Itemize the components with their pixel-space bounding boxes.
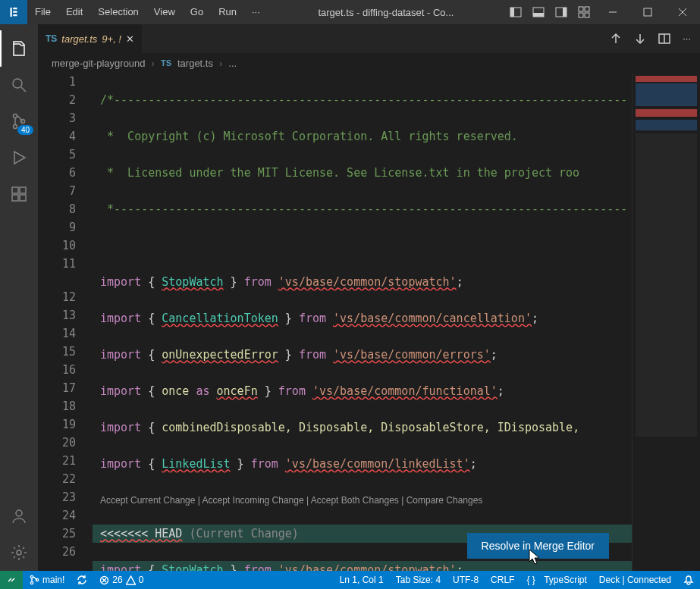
svg-line-16 bbox=[21, 87, 26, 92]
svg-point-26 bbox=[17, 550, 21, 555]
extensions-icon[interactable] bbox=[0, 176, 38, 212]
svg-point-25 bbox=[16, 510, 22, 516]
window-controls bbox=[595, 0, 700, 24]
problems-status[interactable]: 26 0 bbox=[93, 571, 149, 589]
accounts-icon[interactable] bbox=[0, 498, 38, 534]
svg-rect-7 bbox=[579, 7, 583, 11]
svg-rect-2 bbox=[510, 8, 514, 17]
menu-edit[interactable]: Edit bbox=[58, 0, 90, 24]
menu-bar: File Edit Selection View Go Run ··· bbox=[27, 0, 268, 24]
svg-rect-12 bbox=[644, 8, 651, 16]
encoding-status[interactable]: UTF-8 bbox=[447, 571, 485, 589]
svg-rect-23 bbox=[12, 195, 18, 201]
branch-name: main! bbox=[42, 571, 64, 589]
layout-controls bbox=[504, 0, 595, 24]
menu-file[interactable]: File bbox=[27, 0, 58, 24]
scm-badge: 40 bbox=[17, 125, 33, 135]
svg-rect-9 bbox=[579, 13, 583, 17]
code-content[interactable]: /*--------------------------------------… bbox=[93, 73, 632, 571]
line-numbers: 1234567891011 12131415161718192021222324… bbox=[38, 73, 93, 571]
svg-point-17 bbox=[14, 114, 17, 118]
svg-marker-20 bbox=[14, 152, 25, 164]
maximize-icon[interactable] bbox=[630, 0, 665, 24]
editor-group: TS target.ts 9+, ! ✕ ··· merge-git-playg… bbox=[38, 24, 700, 571]
remote-indicator[interactable] bbox=[0, 571, 23, 589]
tab-filename: target.ts bbox=[61, 33, 97, 45]
close-icon[interactable] bbox=[665, 0, 700, 24]
search-icon[interactable] bbox=[0, 67, 38, 103]
svg-rect-4 bbox=[533, 13, 544, 17]
cursor-icon bbox=[527, 548, 542, 566]
sync-status[interactable] bbox=[71, 571, 93, 589]
svg-rect-8 bbox=[585, 7, 589, 11]
svg-rect-22 bbox=[20, 187, 26, 193]
customize-layout-icon[interactable] bbox=[573, 0, 595, 24]
deck-status[interactable]: Deck | Connected bbox=[593, 571, 677, 589]
notifications-icon[interactable] bbox=[677, 571, 700, 589]
settings-icon[interactable] bbox=[0, 534, 38, 571]
minimap[interactable] bbox=[632, 73, 700, 571]
menu-selection[interactable]: Selection bbox=[90, 0, 146, 24]
editor-actions: ··· bbox=[601, 33, 700, 45]
chevron-right-icon: › bbox=[152, 58, 155, 69]
code-text: /*--------------------------------------… bbox=[100, 93, 627, 107]
toggle-secondary-icon[interactable] bbox=[550, 0, 573, 24]
svg-rect-6 bbox=[563, 8, 567, 17]
breadcrumb-file[interactable]: target.ts bbox=[177, 58, 213, 69]
compare-changes-lens[interactable]: Compare Changes bbox=[407, 495, 483, 506]
chevron-right-icon: › bbox=[219, 58, 222, 69]
breadcrumb[interactable]: merge-git-playground › TS target.ts › ..… bbox=[38, 53, 700, 73]
toggle-panel-icon[interactable] bbox=[527, 0, 550, 24]
menu-run[interactable]: Run bbox=[211, 0, 244, 24]
breadcrumb-tail: ... bbox=[228, 58, 237, 69]
typescript-icon: TS bbox=[161, 58, 171, 67]
indentation-status[interactable]: Tab Size: 4 bbox=[390, 571, 447, 589]
language-mode[interactable]: { } TypeScript bbox=[520, 571, 592, 589]
svg-rect-24 bbox=[20, 195, 26, 201]
tab-close-icon[interactable]: ✕ bbox=[126, 33, 134, 45]
source-control-icon[interactable]: 40 bbox=[0, 103, 38, 139]
minimize-icon[interactable] bbox=[595, 0, 630, 24]
activity-bar: 40 bbox=[0, 24, 38, 571]
prev-change-icon[interactable] bbox=[610, 33, 622, 45]
code-text: * Licensed under the MIT License. See Li… bbox=[100, 166, 579, 180]
svg-point-15 bbox=[13, 79, 22, 88]
svg-point-30 bbox=[30, 581, 33, 584]
more-actions-icon[interactable]: ··· bbox=[683, 33, 691, 45]
menu-overflow-icon[interactable]: ··· bbox=[244, 0, 268, 24]
run-debug-icon[interactable] bbox=[0, 139, 38, 176]
tab-modified-indicator: 9+, ! bbox=[102, 33, 121, 45]
title-bar: File Edit Selection View Go Run ··· targ… bbox=[0, 0, 700, 24]
svg-rect-21 bbox=[12, 187, 18, 193]
error-count: 26 bbox=[112, 571, 122, 589]
app-logo bbox=[0, 0, 27, 24]
editor-tabs: TS target.ts 9+, ! ✕ ··· bbox=[38, 24, 700, 53]
code-editor[interactable]: 1234567891011 12131415161718192021222324… bbox=[38, 73, 700, 571]
code-text: * Copyright (c) Microsoft Corporation. A… bbox=[100, 130, 518, 143]
tab-target-ts[interactable]: TS target.ts 9+, ! ✕ bbox=[38, 24, 143, 53]
code-text: *---------------------------------------… bbox=[100, 202, 627, 216]
split-editor-icon[interactable] bbox=[658, 33, 670, 45]
cursor-position[interactable]: Ln 1, Col 1 bbox=[334, 571, 390, 589]
breadcrumb-folder[interactable]: merge-git-playground bbox=[52, 58, 146, 69]
menu-go[interactable]: Go bbox=[183, 0, 211, 24]
eol-status[interactable]: CRLF bbox=[485, 571, 520, 589]
svg-rect-10 bbox=[585, 13, 589, 17]
accept-both-lens[interactable]: Accept Both Changes bbox=[311, 495, 399, 506]
accept-current-lens[interactable]: Accept Current Change bbox=[100, 495, 195, 506]
next-change-icon[interactable] bbox=[634, 33, 646, 45]
status-bar: main! 26 0 Ln 1, Col 1 Tab Size: 4 UTF-8… bbox=[0, 571, 700, 589]
typescript-icon: TS bbox=[46, 33, 57, 44]
branch-status[interactable]: main! bbox=[23, 571, 71, 589]
svg-point-18 bbox=[14, 125, 17, 129]
merge-codelens: Accept Current Change | Accept Incoming … bbox=[93, 491, 632, 506]
menu-view[interactable]: View bbox=[146, 0, 183, 24]
window-title: target.ts - diffing-dataset - Co... bbox=[268, 7, 504, 18]
explorer-icon[interactable] bbox=[0, 30, 38, 67]
warning-count: 0 bbox=[139, 571, 144, 589]
toggle-sidebar-icon[interactable] bbox=[504, 0, 527, 24]
accept-incoming-lens[interactable]: Accept Incoming Change bbox=[202, 495, 304, 506]
